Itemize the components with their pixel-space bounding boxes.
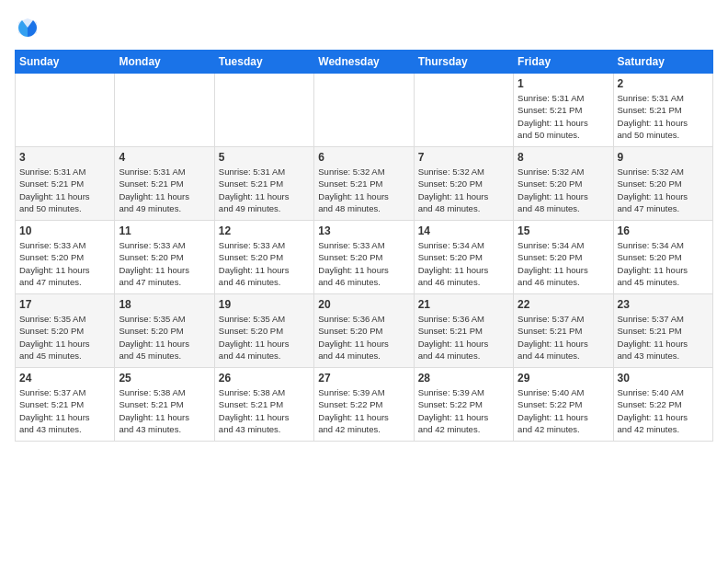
day-number: 19 (219, 298, 310, 311)
calendar-cell: 6Sunrise: 5:32 AM Sunset: 5:21 PM Daylig… (314, 147, 414, 221)
day-info: Sunrise: 5:31 AM Sunset: 5:21 PM Dayligh… (19, 166, 110, 214)
day-number: 9 (618, 151, 709, 164)
logo (15, 15, 44, 40)
calendar-cell: 20Sunrise: 5:36 AM Sunset: 5:20 PM Dayli… (314, 294, 414, 368)
calendar-cell: 9Sunrise: 5:32 AM Sunset: 5:20 PM Daylig… (613, 147, 712, 221)
calendar-cell: 28Sunrise: 5:39 AM Sunset: 5:22 PM Dayli… (414, 368, 513, 442)
day-info: Sunrise: 5:36 AM Sunset: 5:20 PM Dayligh… (318, 313, 409, 362)
day-info: Sunrise: 5:33 AM Sunset: 5:20 PM Dayligh… (219, 239, 310, 288)
day-info: Sunrise: 5:36 AM Sunset: 5:21 PM Dayligh… (418, 313, 509, 362)
day-info: Sunrise: 5:31 AM Sunset: 5:21 PM Dayligh… (119, 166, 210, 214)
day-header-saturday: Saturday (613, 51, 712, 74)
day-info: Sunrise: 5:33 AM Sunset: 5:20 PM Dayligh… (19, 239, 110, 288)
day-header-wednesday: Wednesday (314, 51, 414, 74)
day-info: Sunrise: 5:37 AM Sunset: 5:21 PM Dayligh… (618, 313, 709, 362)
day-number: 18 (119, 298, 210, 311)
day-info: Sunrise: 5:32 AM Sunset: 5:20 PM Dayligh… (618, 166, 709, 214)
day-number: 2 (618, 77, 709, 90)
calendar-cell: 24Sunrise: 5:37 AM Sunset: 5:21 PM Dayli… (16, 368, 115, 442)
day-number: 5 (219, 151, 310, 164)
day-info: Sunrise: 5:31 AM Sunset: 5:21 PM Dayligh… (219, 166, 310, 214)
day-number: 14 (418, 224, 509, 237)
day-number: 12 (219, 224, 310, 237)
day-header-thursday: Thursday (414, 51, 513, 74)
calendar-cell (115, 74, 214, 147)
day-number: 29 (518, 372, 609, 385)
calendar-cell: 14Sunrise: 5:34 AM Sunset: 5:20 PM Dayli… (414, 221, 513, 294)
calendar-cell: 4Sunrise: 5:31 AM Sunset: 5:21 PM Daylig… (115, 147, 214, 221)
header (15, 15, 713, 40)
day-number: 13 (318, 224, 409, 237)
day-number: 17 (19, 298, 110, 311)
calendar-cell: 30Sunrise: 5:40 AM Sunset: 5:22 PM Dayli… (613, 368, 712, 442)
day-info: Sunrise: 5:39 AM Sunset: 5:22 PM Dayligh… (418, 386, 509, 435)
day-number: 20 (318, 298, 409, 311)
logo-icon (15, 15, 40, 40)
day-info: Sunrise: 5:35 AM Sunset: 5:20 PM Dayligh… (19, 313, 110, 362)
week-row-1: 3Sunrise: 5:31 AM Sunset: 5:21 PM Daylig… (16, 147, 713, 221)
calendar-cell: 10Sunrise: 5:33 AM Sunset: 5:20 PM Dayli… (16, 221, 115, 294)
day-number: 23 (618, 298, 709, 311)
day-number: 26 (219, 372, 310, 385)
day-info: Sunrise: 5:34 AM Sunset: 5:20 PM Dayligh… (518, 239, 609, 288)
day-info: Sunrise: 5:37 AM Sunset: 5:21 PM Dayligh… (19, 386, 110, 435)
day-number: 1 (518, 77, 609, 90)
day-info: Sunrise: 5:34 AM Sunset: 5:20 PM Dayligh… (418, 239, 509, 288)
day-number: 16 (618, 224, 709, 237)
day-number: 15 (518, 224, 609, 237)
calendar-cell: 7Sunrise: 5:32 AM Sunset: 5:20 PM Daylig… (414, 147, 513, 221)
calendar-cell: 3Sunrise: 5:31 AM Sunset: 5:21 PM Daylig… (16, 147, 115, 221)
days-header-row: SundayMondayTuesdayWednesdayThursdayFrid… (16, 51, 713, 74)
day-info: Sunrise: 5:32 AM Sunset: 5:21 PM Dayligh… (318, 166, 409, 214)
calendar-cell: 19Sunrise: 5:35 AM Sunset: 5:20 PM Dayli… (214, 294, 313, 368)
day-number: 25 (119, 372, 210, 385)
day-number: 7 (418, 151, 509, 164)
week-row-4: 24Sunrise: 5:37 AM Sunset: 5:21 PM Dayli… (16, 368, 713, 442)
calendar-cell: 1Sunrise: 5:31 AM Sunset: 5:21 PM Daylig… (514, 74, 613, 147)
day-number: 8 (518, 151, 609, 164)
calendar-cell (16, 74, 115, 147)
calendar-cell: 22Sunrise: 5:37 AM Sunset: 5:21 PM Dayli… (514, 294, 613, 368)
day-info: Sunrise: 5:32 AM Sunset: 5:20 PM Dayligh… (418, 166, 509, 214)
day-header-sunday: Sunday (16, 51, 115, 74)
calendar-cell: 2Sunrise: 5:31 AM Sunset: 5:21 PM Daylig… (613, 74, 712, 147)
calendar-cell (214, 74, 313, 147)
day-info: Sunrise: 5:38 AM Sunset: 5:21 PM Dayligh… (119, 386, 210, 435)
day-info: Sunrise: 5:32 AM Sunset: 5:20 PM Dayligh… (518, 166, 609, 214)
calendar-cell: 29Sunrise: 5:40 AM Sunset: 5:22 PM Dayli… (514, 368, 613, 442)
calendar-cell: 8Sunrise: 5:32 AM Sunset: 5:20 PM Daylig… (514, 147, 613, 221)
calendar-cell: 16Sunrise: 5:34 AM Sunset: 5:20 PM Dayli… (613, 221, 712, 294)
day-info: Sunrise: 5:40 AM Sunset: 5:22 PM Dayligh… (518, 386, 609, 435)
day-number: 24 (19, 372, 110, 385)
day-info: Sunrise: 5:34 AM Sunset: 5:20 PM Dayligh… (618, 239, 709, 288)
calendar-cell: 5Sunrise: 5:31 AM Sunset: 5:21 PM Daylig… (214, 147, 313, 221)
calendar-container: SundayMondayTuesdayWednesdayThursdayFrid… (15, 15, 713, 442)
day-info: Sunrise: 5:33 AM Sunset: 5:20 PM Dayligh… (119, 239, 210, 288)
calendar-cell: 23Sunrise: 5:37 AM Sunset: 5:21 PM Dayli… (613, 294, 712, 368)
calendar-cell: 27Sunrise: 5:39 AM Sunset: 5:22 PM Dayli… (314, 368, 414, 442)
day-number: 30 (618, 372, 709, 385)
calendar-cell (314, 74, 414, 147)
calendar-cell: 12Sunrise: 5:33 AM Sunset: 5:20 PM Dayli… (214, 221, 313, 294)
calendar-cell: 26Sunrise: 5:38 AM Sunset: 5:21 PM Dayli… (214, 368, 313, 442)
day-number: 27 (318, 372, 409, 385)
day-number: 3 (19, 151, 110, 164)
day-info: Sunrise: 5:39 AM Sunset: 5:22 PM Dayligh… (318, 386, 409, 435)
calendar-cell (414, 74, 513, 147)
day-info: Sunrise: 5:31 AM Sunset: 5:21 PM Dayligh… (618, 92, 709, 141)
day-number: 28 (418, 372, 509, 385)
day-header-monday: Monday (115, 51, 214, 74)
day-number: 22 (518, 298, 609, 311)
week-row-2: 10Sunrise: 5:33 AM Sunset: 5:20 PM Dayli… (16, 221, 713, 294)
day-number: 10 (19, 224, 110, 237)
day-number: 21 (418, 298, 509, 311)
calendar-cell: 11Sunrise: 5:33 AM Sunset: 5:20 PM Dayli… (115, 221, 214, 294)
day-number: 6 (318, 151, 409, 164)
day-number: 11 (119, 224, 210, 237)
day-info: Sunrise: 5:37 AM Sunset: 5:21 PM Dayligh… (518, 313, 609, 362)
calendar-cell: 17Sunrise: 5:35 AM Sunset: 5:20 PM Dayli… (16, 294, 115, 368)
calendar-cell: 25Sunrise: 5:38 AM Sunset: 5:21 PM Dayli… (115, 368, 214, 442)
calendar-cell: 18Sunrise: 5:35 AM Sunset: 5:20 PM Dayli… (115, 294, 214, 368)
calendar-cell: 13Sunrise: 5:33 AM Sunset: 5:20 PM Dayli… (314, 221, 414, 294)
day-info: Sunrise: 5:35 AM Sunset: 5:20 PM Dayligh… (119, 313, 210, 362)
